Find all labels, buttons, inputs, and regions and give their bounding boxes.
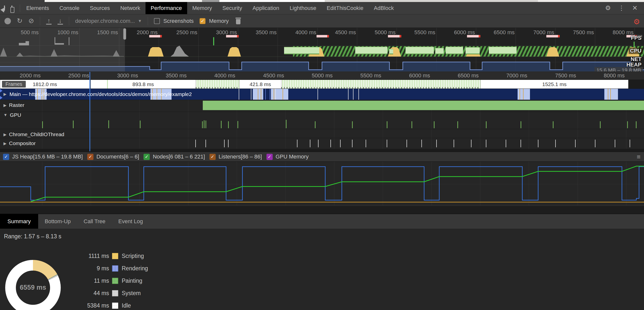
fps-bar (435, 48, 444, 54)
gpu-tick (206, 121, 206, 128)
long-frame-marker (467, 35, 480, 38)
tab-security[interactable]: Security (217, 2, 247, 14)
counter-checkbox[interactable]: ✓ (210, 154, 216, 160)
memory-counter-documents[interactable]: ✓Documents[6 – 6] (87, 154, 139, 160)
tab-call-tree[interactable]: Call Tree (77, 214, 112, 229)
expand-arrow-icon[interactable]: ▶ (4, 103, 6, 108)
fps-bar (489, 47, 516, 54)
memory-checkbox[interactable]: ✓ (200, 18, 206, 24)
memory-counters-chart[interactable] (0, 162, 644, 206)
selection-left-handle[interactable] (123, 28, 126, 40)
frames-track[interactable]: 1812.0 ms893.8 ms421.8 ms1525.1 ms Frame… (0, 80, 644, 89)
tab-network[interactable]: Network (115, 2, 146, 14)
raster-track-label[interactable]: ▶ Raster (4, 102, 24, 108)
clear-recording-icon[interactable]: ⊘ (28, 18, 34, 24)
compositor-tick (406, 140, 407, 147)
counters-menu-icon[interactable]: ≡ (637, 153, 640, 161)
counter-checkbox[interactable]: ✓ (144, 154, 150, 160)
flame-chart-area[interactable]: 2000 ms2500 ms3000 ms3500 ms4000 ms4500 … (0, 71, 644, 152)
garbage-collect-icon[interactable] (235, 18, 241, 25)
main-track-label: Main — https://developer.chrome.com/devt… (10, 91, 192, 97)
tab-elements[interactable]: Elements (21, 2, 54, 14)
page-edge-seg (325, 0, 538, 2)
timeline-tick-label: 7000 ms (490, 72, 527, 79)
childio-track-label[interactable]: ▶ Chrome_ChildIOThread (4, 131, 64, 137)
counter-checkbox[interactable]: ✓ (3, 154, 9, 160)
tab-memory[interactable]: Memory (187, 2, 217, 14)
tab-editthiscookie[interactable]: EditThisCookie (322, 2, 368, 14)
fps-bar (389, 49, 393, 54)
memory-counter-gpu-memory[interactable]: ✓GPU Memory (266, 154, 308, 160)
compositor-tick (471, 140, 472, 147)
main-thread-track[interactable]: ▶ Main — https://developer.chrome.com/de… (0, 89, 644, 100)
tab-lighthouse[interactable]: Lighthouse (284, 2, 322, 14)
compositor-tick (366, 140, 366, 147)
memory-counter-nodes[interactable]: ✓Nodes[6 081 – 6 221] (144, 154, 205, 160)
legend-swatch-idle (112, 302, 118, 309)
frame-duration-bar[interactable]: 1525.1 ms (480, 80, 628, 89)
summary-legend-row: 1111 msScripting (0, 250, 144, 262)
reload-and-record-icon[interactable]: ↻ (17, 18, 22, 24)
fps-bar (466, 47, 480, 54)
device-toolbar-icon[interactable] (12, 6, 12, 11)
expand-arrow-icon[interactable]: ▶ (4, 92, 6, 97)
counter-checkbox[interactable]: ✓ (87, 154, 94, 160)
tab-sources[interactable]: Sources (84, 2, 115, 14)
compositor-tick (310, 140, 310, 147)
raster-activity-bar[interactable] (203, 101, 644, 110)
legend-swatch-painting (112, 278, 118, 284)
long-frame-red-tip (400, 35, 401, 38)
page-edge-seg (538, 0, 644, 2)
load-profile-icon[interactable]: ↑ (46, 18, 52, 25)
frame-duration-bar[interactable]: 893.8 ms (90, 80, 196, 89)
memory-counter-js-heap[interactable]: ✓JS Heap[15.6 MB – 19.8 MB] (3, 154, 83, 160)
save-profile-icon[interactable]: ↓ (58, 18, 63, 25)
tab-summary[interactable]: Summary (0, 214, 38, 229)
compositor-tick (352, 140, 352, 147)
settings-gear-icon[interactable]: ⚙ (605, 4, 611, 12)
main-tick-white (251, 89, 251, 100)
tab-performance[interactable]: Performance (146, 2, 187, 14)
tab-adblock[interactable]: AdBlock (368, 2, 399, 14)
tab-bottom-up[interactable]: Bottom-Up (38, 214, 77, 229)
record-button[interactable] (4, 18, 11, 24)
gpu-track-label[interactable]: ▼ GPU (4, 112, 21, 118)
legend-swatch-rendering (112, 265, 118, 271)
timeline-overview[interactable]: 500 ms1000 ms1500 ms2000 ms2500 ms3000 m… (0, 28, 644, 71)
long-frame-marker (388, 35, 401, 38)
marker-arrow-icon (0, 96, 2, 99)
fps-bar (355, 47, 388, 54)
tab-console[interactable]: Console (54, 2, 85, 14)
legend-swatch-scripting (112, 253, 118, 259)
tab-event-log[interactable]: Event Log (112, 214, 149, 229)
gpu-tick (486, 121, 486, 128)
collapse-arrow-icon[interactable]: ▼ (4, 113, 8, 117)
expand-arrow-icon[interactable]: ▶ (4, 132, 6, 137)
compositor-track-label[interactable]: ▶ Compositor (4, 140, 36, 146)
counter-checkbox[interactable]: ✓ (266, 154, 273, 160)
gpu-tick (636, 121, 636, 128)
frame-duration-bar[interactable]: 421.8 ms (239, 80, 281, 89)
close-icon[interactable]: ✕ (632, 4, 638, 12)
page-selector-dropdown[interactable]: developer.chrome.com... ▼ (75, 18, 142, 24)
gpu-tick (202, 121, 203, 128)
timeline-tick-label: 5500 ms (344, 72, 381, 79)
fps-bar (446, 47, 463, 54)
timeline-tick-label: 8000 ms (588, 72, 625, 79)
kebab-menu-icon[interactable]: ⋮ (618, 4, 625, 12)
main-tick-yellow (282, 89, 283, 100)
page-edge-seg (220, 0, 325, 2)
gpu-tick (315, 121, 316, 128)
capture-settings-gear-icon[interactable]: ⚙ (633, 17, 640, 26)
main-tick-blue (265, 89, 266, 100)
frames-track-label[interactable]: Frames (2, 81, 26, 88)
timeline-cursor (90, 72, 90, 151)
expand-arrow-icon[interactable]: ▶ (4, 141, 6, 146)
inspect-element-icon[interactable] (4, 6, 5, 11)
tab-application[interactable]: Application (248, 2, 284, 14)
divider (20, 5, 20, 12)
legend-value: 9 ms (0, 265, 109, 272)
screenshots-checkbox[interactable] (154, 18, 160, 24)
gpu-tick (238, 121, 238, 128)
memory-counter-listeners[interactable]: ✓Listeners[86 – 86] (210, 154, 262, 160)
